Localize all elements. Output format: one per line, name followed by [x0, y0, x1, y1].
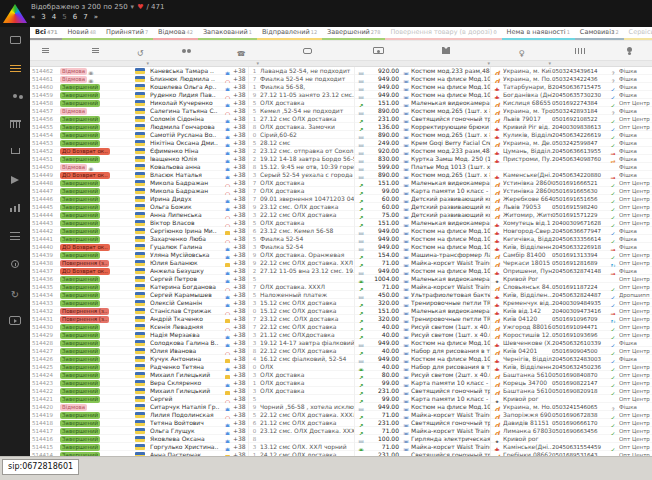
table-row[interactable]: 514418ЗавершенийТетяна Войтович+38621.12… — [30, 419, 652, 427]
header-phone[interactable] — [222, 41, 260, 60]
tab-8[interactable]: Повернення товару (в дорозі)0 — [385, 27, 501, 40]
filter-tracking[interactable] — [552, 61, 607, 66]
page-button-6[interactable]: 6 — [73, 13, 77, 21]
table-row[interactable]: 514429ЗавершенийНадія Мерзаєва+38321.12 … — [30, 331, 652, 339]
table-row[interactable]: 514421ЗавершенийСергей+38599.00Карта пам… — [30, 395, 652, 403]
table-row[interactable]: 514438Повернення (з..Юлия Баланюк+38922.… — [30, 259, 652, 267]
filter-supplier[interactable] — [607, 61, 652, 66]
table-row[interactable]: 514457ВідмоваСалегина Татьяна С..+385Кем… — [30, 107, 652, 115]
table-row[interactable]: 514451ЗавершенийІващенко Юлія+38219.12 1… — [30, 155, 652, 163]
sidebar-item-campaigns[interactable] — [7, 174, 23, 186]
filter-comment[interactable] — [260, 61, 355, 66]
sidebar-item-stats[interactable] — [7, 202, 23, 214]
tab-10[interactable]: Самовивіз2 — [575, 27, 624, 40]
filter-customer[interactable] — [150, 61, 222, 66]
sidebar-item-screen[interactable] — [7, 34, 23, 46]
table-row[interactable]: 514435ЗавершенийКатерина Богданова+387ОЛ… — [30, 283, 652, 291]
sidebar-item-info[interactable] — [7, 258, 23, 270]
header-customer[interactable] — [150, 41, 222, 60]
sidebar-item-sync[interactable] — [7, 286, 23, 298]
table-row[interactable]: 514417ЗавершенийОльга Глущук+38023.12 см… — [30, 427, 652, 435]
table-row[interactable]: 514461ВідмоваБлизнюк Людмила ..+387Фиалк… — [30, 75, 652, 83]
tab-11[interactable]: Сервіси0 — [624, 27, 652, 40]
table-row[interactable]: 514415ЗавершенийГоргулько Христина..+383… — [30, 443, 652, 451]
header-supplier[interactable] — [607, 41, 652, 60]
sidebar-item-video[interactable] — [7, 314, 23, 326]
page-button-3[interactable]: 3 — [41, 13, 45, 21]
table-row[interactable]: 514458ЗавершенийНиколай Кучеренко+385ОЛХ… — [30, 99, 652, 107]
table-row[interactable]: 514444ЗавершенийАнна Липенська+38322.12 … — [30, 211, 652, 219]
filter-status[interactable] — [60, 61, 130, 66]
table-row[interactable]: 514437ДО Возврат ок..Анжела Безушку+3822… — [30, 267, 652, 275]
table-row[interactable]: 514432Повернення (з..Станіслав Стрижак+3… — [30, 307, 652, 315]
sidebar-item-settings[interactable] — [7, 230, 23, 242]
table-row[interactable]: 514453ЗавершенийНікітіна Оксана Дми..+38… — [30, 139, 652, 147]
sidebar-item-bank[interactable] — [7, 118, 23, 130]
header-source[interactable] — [130, 41, 150, 60]
filter-address[interactable] — [491, 61, 552, 66]
page-first-button[interactable] — [31, 13, 35, 21]
table-row[interactable]: 514450ВідмоваКовальова анна+38815.12. 9:… — [30, 163, 652, 171]
table-row[interactable]: 514449ДО Возврат ок..Власюк Наталья+383С… — [30, 171, 652, 179]
table-row[interactable]: 514427ЗавершенийЮлия Иванова+38822.12 см… — [30, 347, 652, 355]
table-row[interactable]: 514454ЗавершенийСамотій Руслана Во..+380… — [30, 131, 652, 139]
table-row[interactable]: 514431Повернення (з..Андрій Ткаченко+387… — [30, 315, 652, 323]
page-button-4[interactable]: 4 — [52, 13, 56, 21]
table-row[interactable]: 514452ДО Возврат ок..Єфименко Ніна+38223… — [30, 147, 652, 155]
sidebar-item-orders[interactable] — [7, 62, 23, 74]
filter-product[interactable] — [401, 61, 491, 66]
tab-2[interactable]: Новий48 — [62, 27, 101, 40]
table-row[interactable]: 514424ЗавершенийМихаил Гилецький+383ОЛХ … — [30, 371, 652, 379]
app-logo-icon[interactable] — [3, 4, 27, 23]
tab-9[interactable]: Нема в наявності1 — [502, 27, 575, 40]
table-row[interactable]: 514459ЗавершенийРуденко Лидия Пав..+3892… — [30, 91, 652, 99]
table-row[interactable]: 514422ЗавершенийМихаил Гилецький+383ОЛХ … — [30, 387, 652, 395]
filter-total[interactable] — [355, 61, 401, 66]
header-product[interactable] — [401, 41, 491, 60]
table-row[interactable]: 514419ЗавершенийЛилия Подолинская+38522.… — [30, 411, 652, 419]
header-tracking[interactable] — [552, 41, 607, 60]
table-row[interactable]: 514447ЗавершенийМикола Бадражан+387ОЛХ д… — [30, 187, 652, 195]
header-address[interactable] — [491, 41, 552, 60]
table-row[interactable]: 514428ЗавершенийСолодкова Галина В..+383… — [30, 339, 652, 347]
filter-source[interactable] — [130, 61, 150, 66]
table-row[interactable]: 514439ЗавершенийУляна Мусійовська+389ОЛХ… — [30, 251, 652, 259]
filter-phone[interactable] — [222, 61, 260, 66]
table-row[interactable]: 514443ЗавершенийВіктор Власов+385ОЛХ дос… — [30, 219, 652, 227]
sip-address[interactable]: sip:0672818601 — [2, 459, 79, 475]
favorites-icon[interactable] — [137, 3, 143, 11]
table-row[interactable]: 514455ЗавершенийЛюдмила Гончарова+388ОЛХ… — [30, 123, 652, 131]
table-row[interactable]: 514434ЗавершенийСергей Карамышев+385Нало… — [30, 291, 652, 299]
table-row[interactable]: 514430ЗавершенийКсенія Левадняя+38722.12… — [30, 323, 652, 331]
table-row[interactable]: 514448ЗавершенийМикола Бадражан+387ОЛХ д… — [30, 179, 652, 187]
table-row[interactable]: 514433ЗавершенийОлексій Семанін+38315.12… — [30, 299, 652, 307]
table-row[interactable]: 514440ДО Возврат ок..Гуцалюк Галина+383Ф… — [30, 243, 652, 251]
tab-1[interactable]: Всі471 — [30, 27, 62, 40]
table-row[interactable]: 514456ЗавершенийСоломія Сідоніна+38127.1… — [30, 115, 652, 123]
table-row[interactable]: 514425ЗавершенийРадченко Тетяна+380ОЛХ40… — [30, 363, 652, 371]
table-row[interactable]: 514416ЗавершенийЯковлева Оксана+388100.0… — [30, 435, 652, 443]
page-button-7[interactable]: 7 — [83, 13, 87, 21]
table-row[interactable]: 514460ЗавершенийКошелева Ольга Ар..+381Ф… — [30, 83, 652, 91]
table-row[interactable]: 514426ЗавершенийКучук Антонина+38416.12 … — [30, 355, 652, 363]
tab-4[interactable]: Відмова42 — [153, 27, 198, 40]
table-row[interactable]: 514436ЗавершенийСергей Петров+3851004.00… — [30, 275, 652, 283]
tab-3[interactable]: Прийнятий7 — [101, 27, 153, 40]
sidebar-item-cart[interactable] — [7, 146, 23, 158]
table-row[interactable]: 514442ЗавершенийСергіюнко Ірина Ми..+386… — [30, 227, 652, 235]
table-row[interactable]: 514445ЗавершенийОльга Божик+38923.12 смс… — [30, 203, 652, 211]
page-button-5[interactable]: 5 — [62, 13, 66, 21]
tab-5[interactable]: Запакований1 — [198, 27, 257, 40]
table-row[interactable]: 514441ЗавершенийЗахарченко Люба+385Фиалк… — [30, 235, 652, 243]
tab-6[interactable]: Відправлений12 — [257, 27, 322, 40]
chevron-down-icon[interactable] — [131, 3, 135, 11]
table-row[interactable]: 514462ВідмоваКаневська Тамара ..+381Лава… — [30, 67, 652, 75]
header-total[interactable] — [355, 41, 401, 60]
table-row[interactable]: 514446ЗавершенийИрина Дидух+38709.01 зве… — [30, 195, 652, 203]
header-comment[interactable] — [260, 41, 355, 60]
filter-id[interactable] — [30, 61, 60, 66]
header-status[interactable] — [60, 41, 130, 60]
table-row[interactable]: 514423ЗавершенийВера Скляренко+381ОЛХ до… — [30, 379, 652, 387]
page-last-button[interactable] — [94, 13, 98, 21]
header-id[interactable] — [30, 41, 60, 60]
